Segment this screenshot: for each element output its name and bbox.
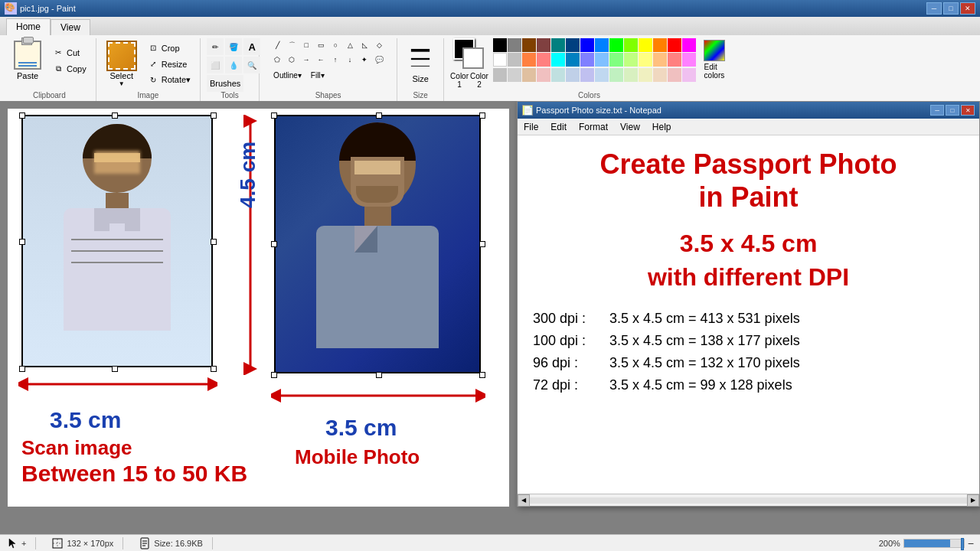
scroll-left[interactable]: ◀ <box>518 494 530 507</box>
notepad-minimize[interactable]: ─ <box>930 105 944 116</box>
pc-yellow[interactable] <box>639 38 652 52</box>
shape-diamond[interactable]: ◇ <box>372 38 386 52</box>
shape-up-arrow[interactable]: ↑ <box>328 53 342 67</box>
pc-orange[interactable] <box>653 38 667 52</box>
rotate-button[interactable]: ↻ Rotate▾ <box>144 73 194 88</box>
pc-brown[interactable] <box>522 38 536 52</box>
shape-triangle[interactable]: △ <box>343 38 357 52</box>
edit-colors-button[interactable]: Edit colors <box>701 38 728 81</box>
pc-light-green[interactable] <box>609 53 623 67</box>
pc-magenta[interactable] <box>682 38 696 52</box>
copy-button[interactable]: ⧉ Copy <box>49 61 90 77</box>
zoom-slider[interactable] <box>903 539 965 548</box>
brush-tool[interactable]: Brushes <box>207 75 243 92</box>
pc-r8[interactable] <box>595 68 609 82</box>
shape-rect[interactable]: □ <box>299 38 313 52</box>
notepad-view[interactable]: View <box>614 120 646 134</box>
pc-light-sky[interactable] <box>595 53 609 67</box>
minimize-btn[interactable]: ─ <box>926 2 942 15</box>
pc-r9[interactable] <box>609 68 623 82</box>
notepad-close[interactable]: ✕ <box>961 105 975 116</box>
shape-line[interactable]: ╱ <box>270 38 284 52</box>
scroll-right[interactable]: ▶ <box>967 494 979 507</box>
zoom-handle[interactable] <box>961 538 964 550</box>
pc-red[interactable] <box>668 38 681 52</box>
pc-r5[interactable] <box>551 68 565 82</box>
pc-lime[interactable] <box>624 53 638 67</box>
notepad-scrollbar[interactable]: ◀ ▶ <box>518 494 979 506</box>
pc-tan[interactable] <box>653 53 667 67</box>
notepad-format[interactable]: Format <box>573 120 614 134</box>
tools-group: ✏ 🪣 A ⬜ 💧 🔍 Brushes Tools <box>201 38 260 101</box>
shape-ellipse[interactable]: ○ <box>328 38 342 52</box>
paste-button[interactable]: Paste <box>9 38 46 83</box>
magnifier-tool[interactable]: 🔍 <box>243 57 260 73</box>
pc-yellow-green[interactable] <box>624 38 638 52</box>
pc-r4[interactable] <box>537 68 550 82</box>
resize-button[interactable]: ⤢ Resize <box>144 57 194 72</box>
pc-peach[interactable] <box>522 53 536 67</box>
shape-hexa[interactable]: ⬡ <box>285 53 299 67</box>
eraser-tool[interactable]: ⬜ <box>207 57 224 73</box>
notepad-help[interactable]: Help <box>646 120 678 134</box>
pc-salmon[interactable] <box>668 53 681 67</box>
pc-r3[interactable] <box>522 68 536 82</box>
pc-green[interactable] <box>609 38 623 52</box>
notepad-edit[interactable]: Edit <box>544 120 573 134</box>
shape-right-tri[interactable]: ◺ <box>358 38 371 52</box>
pc-light-gray[interactable] <box>508 53 521 67</box>
pc-pink[interactable] <box>537 53 550 67</box>
fill-btn[interactable]: Fill▾ <box>308 70 328 81</box>
shape-callout[interactable]: 💬 <box>372 53 386 67</box>
shape-right-arrow[interactable]: → <box>299 53 313 67</box>
size-button[interactable]: Size <box>407 42 434 85</box>
shape-rect2[interactable]: ▭ <box>314 38 328 52</box>
notepad-content[interactable]: Create Passport Photoin Paint 3.5 x 4.5 … <box>518 135 979 494</box>
fill-tool[interactable]: 🪣 <box>225 38 242 55</box>
pc-sky[interactable] <box>595 38 609 52</box>
tab-view[interactable]: View <box>51 19 90 35</box>
shape-4-arrow[interactable]: ✦ <box>358 53 371 67</box>
notepad-maximize[interactable]: □ <box>946 105 959 116</box>
pc-dark-blue[interactable] <box>566 38 580 52</box>
pc-white[interactable] <box>493 53 507 67</box>
pc-blue[interactable] <box>580 38 594 52</box>
pc-dark-teal[interactable] <box>551 38 565 52</box>
outline-btn[interactable]: Outline▾ <box>270 70 305 81</box>
pencil-tool[interactable]: ✏ <box>207 38 224 55</box>
pc-light-yellow[interactable] <box>639 53 652 67</box>
pc-r7[interactable] <box>580 68 594 82</box>
cut-button[interactable]: ✂ Cut <box>49 45 90 60</box>
color2-box[interactable] <box>462 47 484 69</box>
pc-lavender[interactable] <box>580 53 594 67</box>
shape-penta[interactable]: ⬠ <box>270 53 284 67</box>
pc-r13[interactable] <box>668 68 681 82</box>
pc-dark-gray[interactable] <box>508 38 521 52</box>
tab-home[interactable]: Home <box>6 18 51 35</box>
pc-r1[interactable] <box>493 68 507 82</box>
notepad-file[interactable]: File <box>518 120 544 134</box>
pc-light-pink[interactable] <box>682 53 696 67</box>
shape-left-arrow[interactable]: ← <box>314 53 328 67</box>
paint-canvas[interactable]: 4.5 cm <box>8 109 509 507</box>
pc-dark-red[interactable] <box>537 38 550 52</box>
pc-r10[interactable] <box>624 68 638 82</box>
shape-down-arrow[interactable]: ↓ <box>343 53 357 67</box>
pc-steel[interactable] <box>566 53 580 67</box>
pc-r11[interactable] <box>639 68 652 82</box>
pc-black[interactable] <box>493 38 507 52</box>
beard2 <box>356 186 398 203</box>
pc-r14[interactable] <box>682 68 696 82</box>
pc-r12[interactable] <box>653 68 667 82</box>
crop-button[interactable]: ⊡ Crop <box>144 41 194 56</box>
zoom-out-btn[interactable]: − <box>968 537 974 549</box>
maximize-btn[interactable]: □ <box>943 2 959 15</box>
color-picker-tool[interactable]: 💧 <box>225 57 242 73</box>
text-tool[interactable]: A <box>243 38 260 55</box>
pc-r6[interactable] <box>566 68 580 82</box>
close-btn[interactable]: ✕ <box>960 2 975 15</box>
shape-curve[interactable]: ⌒ <box>285 38 299 52</box>
pc-r2[interactable] <box>508 68 521 82</box>
pc-cyan[interactable] <box>551 53 565 67</box>
select-button[interactable]: Select ▼ <box>103 38 141 90</box>
